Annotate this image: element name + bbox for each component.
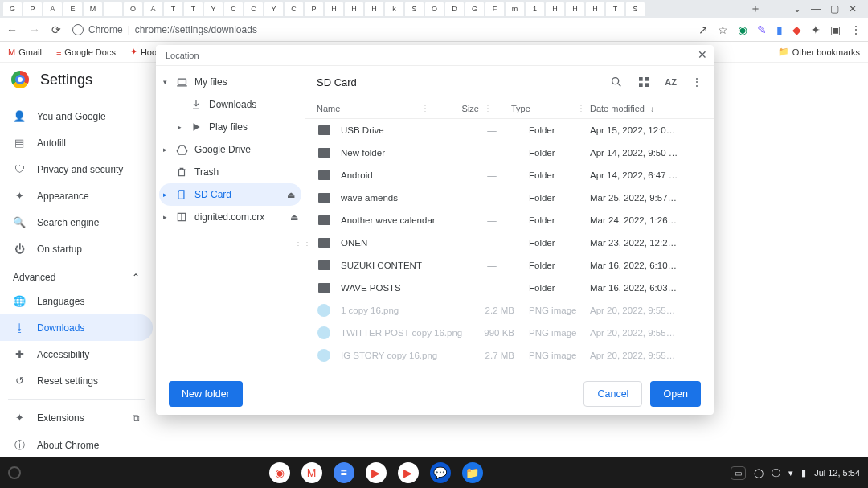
file-type: Folder (514, 148, 590, 158)
shelf-app-chrome[interactable]: ◉ (269, 462, 290, 483)
cancel-button[interactable]: Cancel (583, 381, 642, 407)
eject-icon[interactable]: ⏏ (290, 212, 305, 223)
expander-icon[interactable]: ▸ (161, 213, 169, 221)
shelf-app-files[interactable]: 📁 (462, 462, 483, 483)
folder-icon (318, 283, 330, 293)
tree-label: My files (194, 76, 305, 88)
open-button[interactable]: Open (650, 381, 701, 407)
expander-icon[interactable]: ▸ (161, 191, 169, 199)
expander-icon[interactable]: ▾ (161, 78, 169, 86)
file-date: Apr 20, 2022, 9:55… (590, 328, 702, 338)
expander-icon[interactable]: ▸ (175, 123, 183, 131)
svg-line-8 (618, 84, 620, 86)
archive-icon (175, 211, 188, 223)
image-icon (317, 326, 330, 339)
file-row[interactable]: IG STORY copy 16.png2.7 MBPNG imageApr 2… (305, 344, 714, 367)
col-size[interactable]: Size (434, 104, 479, 113)
drag-handle-icon[interactable]: ⋮⋮ (294, 238, 312, 247)
file-size: 990 KB (469, 328, 514, 338)
tree-item[interactable]: ▸SD Card⏏ (159, 183, 301, 206)
file-row[interactable]: ONEN—FolderMar 23, 2022, 12:2… (305, 232, 714, 254)
image-icon (317, 304, 330, 317)
tree-item[interactable]: ▸Google Drive (156, 138, 305, 161)
shelf: ◉M≡▶▶💬📁 ▭ ◯ ⓘ ▾ ▮ Jul 12, 5:54 (0, 457, 868, 488)
svg-rect-9 (639, 77, 643, 81)
file-row[interactable]: Android—FolderApr 14, 2022, 6:47 … (305, 164, 714, 187)
file-type: Folder (514, 193, 590, 203)
file-date: Mar 16, 2022, 6:10… (590, 260, 702, 270)
tray-status-2[interactable]: ⓘ (772, 467, 780, 479)
battery-icon[interactable]: ▮ (801, 468, 806, 478)
svg-marker-2 (194, 123, 200, 130)
image-icon (317, 349, 330, 362)
file-type: Folder (514, 283, 590, 293)
file-row[interactable]: wave amends—FolderMar 25, 2022, 9:57… (305, 187, 714, 209)
file-row[interactable]: WAVE POSTS—FolderMar 16, 2022, 6:03… (305, 277, 714, 299)
shelf-app-play[interactable]: ▶ (398, 462, 419, 483)
col-type[interactable]: Type (497, 104, 572, 113)
shelf-app-messages[interactable]: 💬 (430, 462, 451, 483)
sort-az-icon[interactable]: AZ (665, 77, 677, 87)
tray-status-1[interactable]: ◯ (754, 468, 764, 478)
file-name: Another wave calendar (341, 215, 469, 225)
file-name: IG STORY copy 16.png (341, 351, 469, 360)
wifi-icon[interactable]: ▾ (788, 468, 793, 478)
download-icon (190, 98, 203, 111)
col-name[interactable]: Name (317, 104, 416, 113)
shelf-app-youtube[interactable]: ▶ (366, 462, 387, 483)
gmail-icon: M (307, 466, 317, 479)
file-date: Apr 15, 2022, 12:0… (590, 125, 702, 135)
modal-title: Location (166, 51, 199, 60)
col-date[interactable]: Date modified ↓ (590, 104, 702, 113)
tree-item[interactable]: Downloads (156, 93, 305, 116)
shelf-app-docs[interactable]: ≡ (334, 462, 354, 483)
expander-icon[interactable]: ▸ (161, 146, 169, 154)
file-date: Mar 25, 2022, 9:57… (590, 193, 702, 203)
file-type: Folder (514, 238, 590, 248)
sd-icon (175, 188, 188, 201)
file-row[interactable]: Another wave calendar—FolderMar 24, 2022… (305, 209, 714, 232)
file-name: USB Drive (341, 125, 469, 135)
messages-icon: 💬 (433, 466, 447, 479)
file-date: Apr 20, 2022, 9:55… (590, 351, 702, 360)
launcher-icon[interactable] (8, 466, 21, 479)
close-icon[interactable]: ✕ (698, 48, 707, 61)
file-pane: SD Card AZ ⋮ Name ⋮ Size (305, 66, 714, 373)
clock[interactable]: Jul 12, 5:54 (814, 468, 860, 478)
new-folder-button[interactable]: New folder (169, 381, 243, 407)
file-name: 1 copy 16.png (341, 306, 469, 315)
file-row[interactable]: New folder—FolderApr 14, 2022, 9:50 … (305, 141, 714, 164)
file-size: — (469, 193, 514, 203)
folder-icon (318, 148, 330, 158)
tree-label: SD Card (194, 189, 280, 200)
file-row[interactable]: TWITTER POST copy 16.png990 KBPNG imageA… (305, 322, 714, 344)
tree-item[interactable]: ▾My files (156, 71, 305, 93)
file-name: WAVE POSTS (341, 283, 469, 293)
tree-label: Play files (209, 121, 305, 133)
file-row[interactable]: SUZUKI CONTENT—FolderMar 16, 2022, 6:10… (305, 254, 714, 277)
tree-label: dignited.com.crx (194, 211, 284, 223)
shelf-app-gmail[interactable]: M (301, 462, 322, 483)
grid-view-icon[interactable] (637, 76, 650, 88)
eject-icon[interactable]: ⏏ (287, 190, 301, 200)
laptop-icon (175, 76, 188, 88)
drive-icon (175, 143, 188, 156)
tree-item[interactable]: ▸dignited.com.crx⏏ (156, 206, 305, 228)
svg-point-7 (612, 78, 619, 84)
file-row[interactable]: 1 copy 16.png2.2 MBPNG imageApr 20, 2022… (305, 299, 714, 322)
tree-item[interactable]: ▸Play files (156, 116, 305, 138)
tree-item[interactable]: Trash (156, 161, 305, 183)
folder-tree: ▾My filesDownloads▸Play files▸Google Dri… (156, 66, 305, 373)
search-icon[interactable] (610, 76, 623, 88)
file-row[interactable]: USB Drive—FolderApr 15, 2022, 12:0… (305, 119, 714, 141)
svg-rect-11 (639, 83, 643, 87)
youtube-icon: ▶ (371, 466, 380, 479)
file-type: Folder (514, 260, 590, 270)
file-name: TWITTER POST copy 16.png (341, 328, 469, 338)
file-type: PNG image (514, 351, 590, 360)
file-size: — (469, 125, 514, 135)
tray-overview-icon[interactable]: ▭ (731, 466, 746, 480)
more-options-icon[interactable]: ⋮ (691, 76, 702, 88)
tree-label: Google Drive (194, 144, 305, 155)
file-date: Mar 23, 2022, 12:2… (590, 238, 702, 248)
